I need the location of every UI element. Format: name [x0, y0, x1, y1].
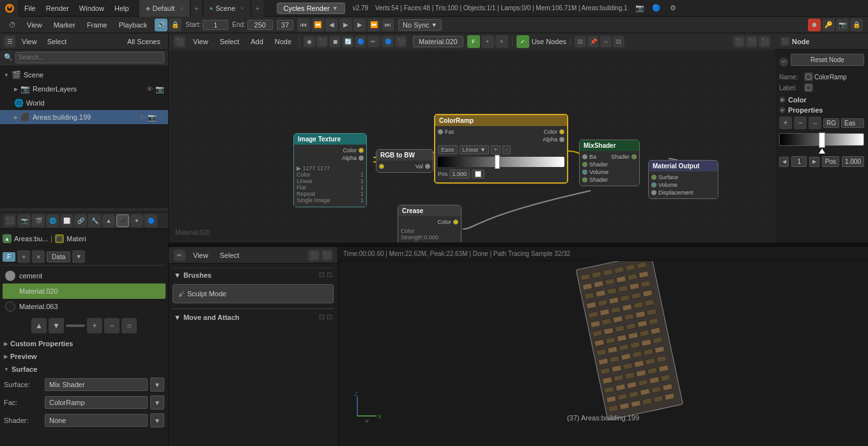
node-node-menu[interactable]: Node — [271, 36, 295, 47]
surface-menu-btn-1[interactable]: ▼ — [150, 395, 164, 410]
menu-playback[interactable]: Playback — [115, 20, 151, 30]
lock-camera-btn[interactable]: 🔒 — [850, 19, 863, 31]
surface-value-1[interactable]: ColorRamp — [45, 396, 148, 409]
node-tool2-btn[interactable]: ⊡ — [613, 36, 624, 47]
ramp-ease-btn[interactable]: Ease — [438, 145, 458, 154]
node-view-menu[interactable]: View — [189, 36, 212, 47]
material-add-btn[interactable]: + — [17, 250, 30, 263]
ramp-linear-btn[interactable]: Linear ▼ — [460, 145, 489, 154]
pos-right-btn[interactable]: ▶ — [809, 157, 819, 167]
use-nodes-check[interactable]: ✓ — [516, 35, 529, 48]
constraint-props-tab[interactable]: 🔗 — [74, 214, 87, 227]
outliner-all-scenes[interactable]: All Scenes — [123, 36, 164, 47]
sculpt-select-menu[interactable]: Select — [216, 250, 244, 260]
object-props-tab[interactable]: ⬜ — [60, 214, 73, 227]
material-remove-btn[interactable]: × — [32, 250, 45, 263]
audio-toggle[interactable]: 🔊 — [155, 19, 167, 31]
start-frame-input[interactable] — [203, 20, 228, 30]
node-view-btn4[interactable]: 🔄 — [342, 36, 353, 47]
material-cement[interactable]: cement — [3, 268, 166, 283]
outline-renderlayers[interactable]: ▶ 📷 RenderLayers 👁 📷 — [0, 82, 168, 96]
node-view-btn3[interactable]: ◼ — [329, 36, 341, 47]
sync-toggle[interactable]: 🔒 — [169, 19, 182, 31]
node-add-menu[interactable]: Add — [247, 36, 267, 47]
render-props-tab[interactable]: 📷 — [18, 214, 31, 227]
prev-frame-btn[interactable]: ⏪ — [311, 19, 324, 31]
mat-list-down-btn[interactable]: ▼ — [49, 318, 64, 333]
current-frame-display[interactable]: 37 — [277, 20, 293, 30]
rg-input[interactable]: RG — [823, 118, 839, 128]
camera-view-btn[interactable]: 📷 — [836, 19, 849, 31]
surface-value-2[interactable]: None — [45, 414, 148, 427]
scene-props-tab[interactable]: 🎬 — [32, 214, 45, 227]
node-mix-shader[interactable]: MixShader Ba Shader — [579, 139, 640, 186]
node-view-btn8[interactable]: ⬛ — [395, 36, 407, 47]
gradient-handle[interactable] — [819, 132, 825, 148]
reset-node-btn[interactable]: Reset Node — [791, 54, 864, 66]
node-tool1-btn[interactable]: ↔ — [600, 36, 612, 47]
keyframe-btn[interactable]: 🔑 — [822, 19, 835, 31]
menu-render[interactable]: Render — [41, 3, 74, 13]
prev-keyframe-btn[interactable]: ◀ — [325, 19, 338, 31]
mat-minus-btn[interactable]: − — [104, 318, 120, 333]
tab-scene-add-button[interactable]: + — [251, 0, 264, 17]
sculpt-toggle2[interactable]: ⬛ — [321, 250, 332, 261]
node-gradient-bar[interactable] — [779, 133, 864, 146]
surface-menu-btn-0[interactable]: ▼ — [150, 378, 164, 392]
material-data-tab[interactable]: Data — [47, 251, 70, 262]
end-frame-input[interactable] — [247, 20, 273, 30]
surface-value-0[interactable]: Mix Shader — [45, 378, 148, 391]
record-btn[interactable]: ⏺ — [808, 19, 821, 31]
ramp-gradient-bar[interactable] — [438, 157, 564, 167]
jump-end-btn[interactable]: ⏭ — [382, 19, 394, 31]
eas-input[interactable]: Eas — [841, 118, 864, 128]
modifier-props-tab[interactable]: 🔧 — [88, 214, 101, 227]
custom-props-section[interactable]: ▶ Custom Properties — [3, 337, 166, 350]
prop-add-btn[interactable]: + — [779, 116, 792, 129]
tab-default-close[interactable]: × — [180, 5, 183, 12]
node-f-btn[interactable]: F — [467, 35, 480, 48]
move-attach-section[interactable]: ▼ Move and Attach ⊡ ⊡ — [173, 308, 334, 324]
render-engine-selector[interactable]: Cycles Render ▼ — [277, 3, 345, 14]
material-f-tab[interactable]: F — [3, 252, 15, 262]
surface-menu-btn-2[interactable]: ▼ — [150, 413, 164, 427]
node-rt1-btn[interactable]: ⬛ — [733, 36, 745, 47]
material-props-tab[interactable]: ⬛ — [116, 214, 129, 227]
node-x-btn[interactable]: × — [495, 35, 508, 48]
pos-value-display[interactable]: 1.000 — [842, 156, 864, 167]
menu-file[interactable]: File — [19, 3, 41, 13]
tab-default[interactable]: ◆ Default × — [139, 0, 190, 17]
node-view-btn1[interactable]: ◉ — [304, 36, 315, 47]
outliner-view-menu[interactable]: View — [18, 36, 41, 47]
node-material-output[interactable]: Material Output Surface — [648, 160, 718, 199]
node-snap-btn[interactable]: ⊡ — [575, 36, 586, 47]
outline-world[interactable]: 🌐 World — [0, 96, 168, 110]
outline-scene[interactable]: ▼ 🎬 Scene — [0, 68, 168, 82]
ramp-del-btn[interactable]: - — [502, 145, 511, 154]
jump-start-btn[interactable]: ⏮ — [297, 19, 310, 31]
node-crease[interactable]: Crease Color Color Str — [398, 205, 461, 243]
mat-list-up-btn[interactable]: ▲ — [31, 318, 47, 333]
data-props-tab[interactable]: ▲ — [102, 214, 115, 227]
node-rt2-btn[interactable]: ⬛ — [746, 36, 757, 47]
outline-areas-building[interactable]: ▶ ⬛ Areas:building.199 👁 📷 ↗ — [0, 110, 168, 124]
outliner-search-input[interactable] — [15, 52, 164, 63]
sculpt-toggle1[interactable]: ⬛ — [308, 250, 320, 261]
menu-frame[interactable]: Frame — [83, 20, 111, 30]
scene-camera-icon[interactable]: 📷 — [633, 1, 647, 15]
node-view-btn2[interactable]: ⬛ — [316, 36, 328, 47]
play-btn[interactable]: ▶ — [339, 19, 352, 31]
tab-scene[interactable]: ● Scene × — [203, 0, 251, 17]
node-pin-btn[interactable]: 📌 — [587, 36, 599, 47]
world-props-tab[interactable]: 🌐 — [46, 214, 59, 227]
node-rgb-to-bw[interactable]: RGB to BW Val — [376, 149, 433, 173]
outliner-scroll[interactable] — [0, 208, 168, 212]
ramp-color-swatch[interactable] — [475, 171, 481, 177]
prop-sub-btn[interactable]: − — [794, 116, 807, 129]
ramp-pos-input[interactable]: 1.000 — [449, 170, 470, 179]
reset-arrow-icon[interactable]: ↩ — [779, 58, 788, 67]
node-image-texture[interactable]: Image Texture Color — [293, 133, 367, 207]
menu-marker[interactable]: Marker — [50, 20, 79, 30]
ramp-handle-1[interactable] — [495, 155, 500, 169]
material-extras-btn[interactable]: ▼ — [72, 250, 85, 263]
